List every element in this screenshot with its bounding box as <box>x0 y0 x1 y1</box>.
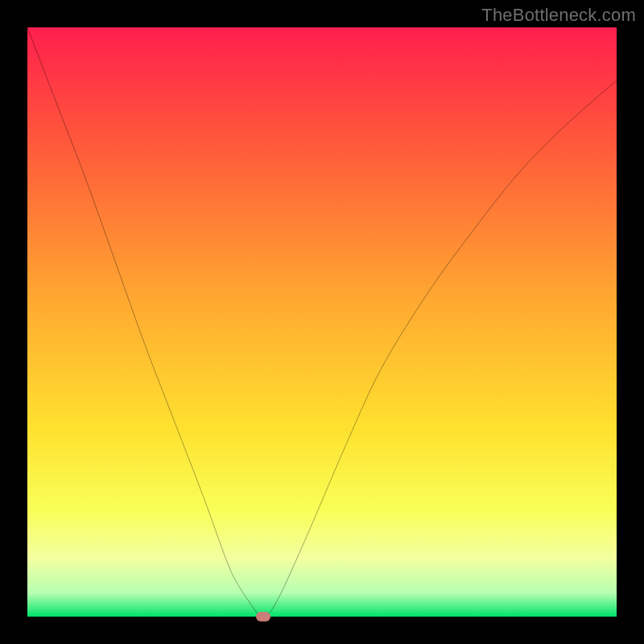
curve-line <box>27 27 617 617</box>
watermark-text: TheBottleneck.com <box>481 5 636 26</box>
minimum-marker <box>256 612 270 621</box>
plot-area <box>27 27 617 617</box>
chart-frame: TheBottleneck.com <box>0 0 644 644</box>
